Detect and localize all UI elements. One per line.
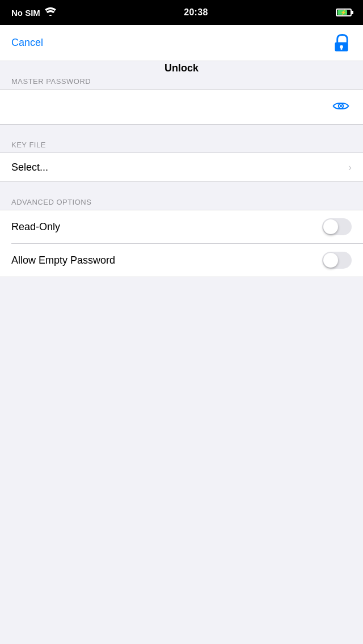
eye-icon [332,98,349,116]
section-gap-2 [0,125,363,135]
master-password-section [0,89,363,125]
key-file-select-label: Select... [11,162,48,173]
key-file-section: Select... › [0,152,363,182]
svg-rect-2 [341,48,343,50]
lock-open-icon [331,33,352,53]
read-only-toggle-knob [323,219,338,234]
nav-bar: Cancel Unlock [0,25,363,61]
read-only-toggle[interactable] [322,218,352,235]
status-bar: No SIM 20:38 ⚡ [0,0,363,25]
battery-icon: ⚡ [336,9,352,16]
chevron-right-icon: › [348,162,352,173]
advanced-options-section-header: ADVANCED OPTIONS [0,192,363,210]
read-only-label: Read-Only [11,221,60,233]
key-file-select-row[interactable]: Select... › [0,153,363,181]
svg-point-4 [340,105,342,107]
read-only-row: Read-Only [0,210,363,243]
carrier-label: No SIM [11,8,40,18]
status-left: No SIM [11,7,56,18]
status-time: 20:38 [184,7,208,18]
cancel-button[interactable]: Cancel [11,37,43,49]
master-password-input[interactable] [11,98,330,116]
page-title: Unlock [164,50,199,86]
toggle-password-visibility-button[interactable] [330,95,352,118]
section-gap-3 [0,182,363,192]
wifi-icon [45,7,56,18]
allow-empty-password-toggle[interactable] [322,252,352,269]
allow-empty-password-toggle-knob [323,253,338,268]
bottom-area [0,277,363,436]
advanced-options-section: Read-Only Allow Empty Password [0,210,363,277]
allow-empty-password-label: Allow Empty Password [11,255,115,266]
password-row [0,90,363,124]
allow-empty-password-row: Allow Empty Password [0,244,363,277]
key-file-section-header: KEY FILE [0,135,363,152]
status-right: ⚡ [336,9,352,16]
nav-bar-wrapper: Cancel Unlock [0,25,363,61]
